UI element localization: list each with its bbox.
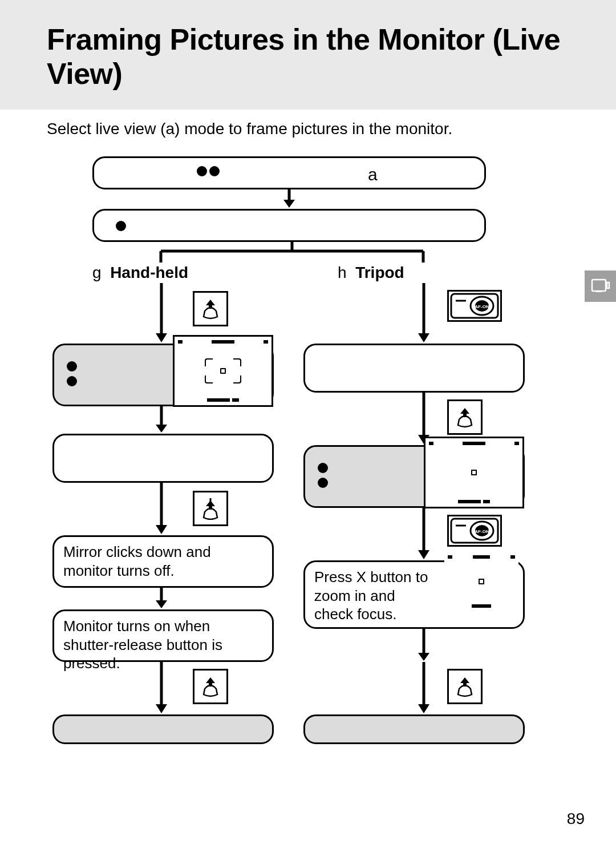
arrow-down-icon — [415, 508, 432, 560]
arrow-down-icon — [415, 662, 432, 714]
flow-diagram: a g Hand-held h Tripod — [47, 156, 534, 807]
page-header: Framing Pictures in the Monitor (Live Vi… — [0, 0, 616, 110]
right-liveview-box — [303, 445, 525, 508]
arrow-down-icon — [415, 283, 432, 344]
svg-marker-43 — [418, 704, 429, 713]
top-mode-box: a — [92, 156, 486, 189]
right-empty-box — [303, 344, 525, 393]
mode-glyph: a — [368, 164, 378, 185]
arrow-down-icon — [153, 588, 170, 609]
svg-marker-19 — [156, 600, 167, 608]
dot-icon — [116, 221, 126, 231]
arrow-down-icon — [415, 629, 432, 662]
mode-right-label: h Tripod — [338, 264, 404, 282]
arrow-down-icon — [281, 189, 298, 209]
press-button-half-icon — [193, 491, 228, 526]
right-final-box — [303, 714, 525, 744]
dots-icon — [197, 166, 220, 176]
press-button-icon — [447, 399, 483, 435]
svg-rect-0 — [592, 280, 606, 291]
svg-marker-13 — [156, 425, 167, 433]
svg-rect-1 — [607, 282, 609, 288]
af-on-icon: AF-ON — [447, 290, 502, 322]
press-button-icon — [447, 669, 483, 704]
svg-marker-24 — [418, 333, 429, 342]
left-mirror-box: Mirror clicks down and monitor turns off… — [52, 535, 274, 588]
arrow-down-icon — [153, 662, 170, 714]
press-button-icon — [193, 669, 228, 704]
arrow-down-icon — [153, 406, 170, 434]
page-number: 89 — [567, 810, 585, 828]
svg-marker-10 — [156, 333, 167, 342]
svg-rect-2 — [596, 291, 602, 292]
choose-mode-box — [92, 209, 486, 242]
press-button-icon — [193, 291, 228, 326]
left-empty-box — [52, 434, 274, 483]
side-tab-liveview-icon — [585, 270, 616, 302]
svg-text:AF-ON: AF-ON — [475, 304, 489, 309]
arrow-down-icon — [153, 283, 170, 344]
right-zoom-box: Press X button to zoom in and check focu… — [303, 560, 525, 629]
branch-connector — [144, 242, 440, 265]
left-liveview-box — [52, 344, 274, 406]
af-on-icon: AF-ON — [447, 515, 502, 547]
mode-left-label: g Hand-held — [92, 264, 188, 282]
svg-marker-34 — [418, 550, 429, 559]
svg-marker-4 — [283, 200, 295, 208]
svg-marker-41 — [418, 653, 429, 661]
svg-text:AF-ON: AF-ON — [475, 529, 489, 534]
left-final-box — [52, 714, 274, 744]
arrow-down-icon — [153, 483, 170, 535]
svg-marker-21 — [156, 704, 167, 713]
svg-marker-15 — [156, 525, 167, 534]
page-title: Framing Pictures in the Monitor (Live Vi… — [47, 23, 582, 91]
intro-text: Select live view (a) mode to frame pictu… — [0, 110, 616, 138]
left-monitor-box: Monitor turns on when shutter-release bu… — [52, 609, 274, 662]
